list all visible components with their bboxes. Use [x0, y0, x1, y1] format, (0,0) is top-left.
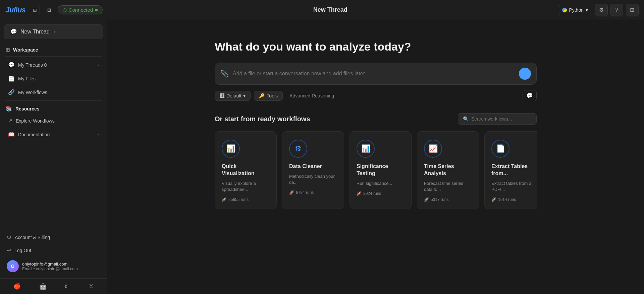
twitter-icon: 𝕏	[89, 283, 94, 290]
user-profile[interactable]: O onlytopinfo@gmail.com Email • onlytopi…	[3, 257, 104, 276]
sidebar-item-logout[interactable]: ↩ Log Out	[3, 244, 104, 257]
help-button[interactable]: ?	[610, 4, 623, 16]
apple-icon-button[interactable]: 🍎	[11, 281, 23, 291]
resources-divider	[5, 100, 102, 101]
logout-label: Log Out	[14, 248, 31, 253]
user-info: onlytopinfo@gmail.com Email • onlytopinf…	[22, 262, 78, 271]
workspace-divider	[5, 56, 102, 57]
advanced-reasoning-button[interactable]: Advanced Reasoning	[286, 91, 337, 100]
workflow-title-sig-testing: Significance Testing	[357, 163, 405, 177]
my-threads-label: My Threads 0	[18, 62, 47, 68]
runs-count-time-series: 5317 runs	[431, 197, 448, 202]
tools-label: Tools	[267, 93, 278, 98]
workflow-desc-time-series: Forecast time series data fo...	[424, 180, 472, 193]
runs-icon: 🚀	[289, 190, 294, 195]
workflow-runs-data-cleaner: 🚀 6794 runs	[289, 190, 337, 195]
docs-icon: 📖	[8, 131, 15, 138]
workflow-desc-quick-viz: Visually explore a spreadshee...	[222, 180, 270, 193]
default-selector-button[interactable]: 🅹 Default ▾	[215, 91, 251, 101]
runs-count-sig-testing: 2924 runs	[363, 191, 381, 196]
apple-icon: 🍎	[13, 283, 21, 290]
documentation-label: Documentation	[18, 132, 50, 137]
search-workflows-input[interactable]	[471, 116, 532, 122]
resources-icon: 📚	[5, 105, 12, 112]
avatar: O	[7, 260, 19, 272]
panel-toggle-button[interactable]: ⊞	[626, 4, 639, 16]
search-icon: 🔍	[463, 116, 469, 122]
content-inner: What do you want to analyze today? 📎 ↑ 🅹…	[215, 40, 537, 212]
chat-mode-icon: 💬	[526, 93, 533, 98]
explore-workflows-label: Explore Workflows	[16, 118, 55, 124]
workflow-card-quick-viz[interactable]: 📊 Quick Visualization Visually explore a…	[215, 131, 277, 209]
workflow-card-extract-tables[interactable]: 📄 Extract Tables from... Extract tables …	[484, 131, 537, 209]
connected-icon: ⬡	[63, 7, 67, 13]
workflow-desc-data-cleaner: Methodically clean your da...	[289, 173, 337, 186]
resources-label: Resources	[15, 106, 40, 112]
connected-badge[interactable]: ⬡ Connected	[58, 5, 103, 14]
workflow-icon-quick-viz: 📊	[222, 140, 240, 158]
workflow-desc-extract-tables: Extract tables from a PDF!...	[491, 180, 537, 193]
workflow-card-sig-testing[interactable]: 📊 Significance Testing Run significance.…	[350, 131, 412, 209]
workflow-title-data-cleaner: Data Cleaner	[289, 163, 337, 170]
account-icon: ⚙	[7, 234, 11, 240]
workflow-runs-extract-tables: 🚀 1914 runs	[491, 197, 537, 202]
logout-icon: ↩	[7, 247, 11, 253]
workspace-label: Workspace	[13, 47, 38, 53]
copy-button[interactable]: ⧉	[44, 4, 54, 15]
tools-icon: 🔑	[259, 93, 265, 98]
python-icon	[562, 8, 567, 12]
sidebar-bottom: ⚙ Account & Billing ↩ Log Out O onlytopi…	[0, 228, 107, 278]
discord-icon-button[interactable]: ⛋	[62, 282, 73, 291]
new-thread-button[interactable]: 💬 New Thread →	[4, 24, 103, 39]
topbar-title: New Thread	[313, 6, 347, 13]
workflows-icon: 🔗	[8, 89, 15, 95]
runs-icon: 🚀	[222, 197, 227, 202]
chat-mode-button[interactable]: 💬	[523, 90, 537, 101]
sidebar-item-my-files[interactable]: 📄 My Files	[3, 72, 104, 85]
connected-label: Connected	[69, 7, 93, 13]
default-chevron-icon: ▾	[243, 93, 246, 98]
input-area: 📎 ↑	[215, 63, 537, 85]
runs-count-data-cleaner: 6794 runs	[296, 190, 314, 195]
workflow-card-time-series[interactable]: 📈 Time Series Analysis Forecast time ser…	[417, 131, 479, 209]
main-layout: 💬 New Thread → ⊞ Workspace 💬 My Threads …	[0, 20, 644, 294]
sidebar-item-my-threads[interactable]: 💬 My Threads 0 ›	[3, 58, 104, 71]
workflow-card-data-cleaner[interactable]: ⚙ Data Cleaner Methodically clean your d…	[282, 131, 344, 209]
workflow-title-quick-viz: Quick Visualization	[222, 163, 270, 177]
panel-icon: ⊞	[630, 7, 634, 13]
python-selector-button[interactable]: Python ▾	[558, 5, 592, 15]
default-label: Default	[226, 93, 241, 98]
workspace-icon: ⊞	[5, 47, 10, 53]
sidebar-item-account-billing[interactable]: ⚙ Account & Billing	[3, 231, 104, 244]
workflow-runs-sig-testing: 🚀 2924 runs	[357, 191, 405, 196]
topbar-right: Python ▾ ⚙ ? ⊞	[558, 4, 639, 16]
topbar: Julius ⊟ ⧉ ⬡ Connected New Thread Python…	[0, 0, 644, 20]
user-sub: Email • onlytopinfo@gmail.com	[22, 267, 78, 271]
runs-icon: 🚀	[491, 197, 496, 202]
android-icon-button[interactable]: 🤖	[37, 281, 49, 291]
workflow-runs-quick-viz: 🚀 25655 runs	[222, 197, 270, 202]
twitter-icon-button[interactable]: 𝕏	[86, 281, 97, 291]
sidebar-item-documentation[interactable]: 📖 Documentation ›	[3, 128, 104, 141]
new-thread-icon: 💬	[10, 28, 17, 35]
python-label: Python	[569, 7, 584, 13]
runs-count-extract-tables: 1914 runs	[498, 197, 516, 202]
send-button[interactable]: ↑	[519, 68, 531, 80]
docs-chevron-icon: ›	[98, 132, 99, 137]
my-files-label: My Files	[18, 76, 36, 81]
tools-button[interactable]: 🔑 Tools	[254, 91, 283, 101]
topbar-left: Julius ⊟ ⧉ ⬡ Connected	[5, 4, 103, 15]
user-email: onlytopinfo@gmail.com	[22, 262, 78, 267]
chat-input[interactable]	[233, 71, 515, 77]
sidebar-item-my-workflows[interactable]: 🔗 My Workflows	[3, 86, 104, 99]
attach-icon[interactable]: 📎	[220, 70, 229, 78]
settings-button[interactable]: ⚙	[595, 4, 608, 16]
resources-section: 📚 Resources	[0, 102, 107, 114]
sidebar-collapse-button[interactable]: ⊟	[30, 5, 40, 15]
threads-chevron-icon: ›	[98, 63, 99, 67]
workflow-icon-time-series: 📈	[424, 140, 442, 158]
files-icon: 📄	[8, 75, 15, 82]
sidebar-item-explore-workflows[interactable]: ↗ Explore Workflows	[3, 114, 104, 127]
runs-count-quick-viz: 25655 runs	[228, 197, 249, 202]
discord-icon: ⛋	[65, 284, 70, 289]
